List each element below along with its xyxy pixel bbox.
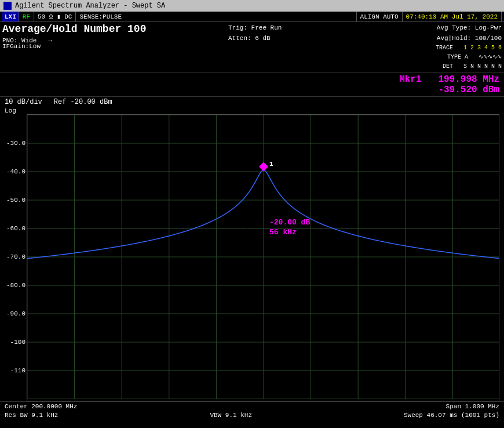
plot-container [0, 114, 504, 401]
trig-info: Trig: Free Run [228, 23, 357, 34]
det-label: DET [443, 63, 453, 70]
scale-info: 10 dB/div Ref -20.00 dBm [0, 97, 504, 107]
avg-type-info: Avg Type: Log-Pwr [357, 23, 502, 34]
ifgain-label: IFGain:Low [2, 43, 222, 50]
main-title: Average/Hold Number 100 [2, 23, 222, 36]
span-info: Span 1.000 MHz [446, 403, 499, 410]
det-vals: S N N N N N [463, 63, 502, 70]
bottom-bar2: Res BW 9.1 kHz VBW 9.1 kHz Sweep 46.07 m… [0, 411, 504, 419]
spectrum-canvas [27, 115, 499, 399]
sweep: Sweep 46.07 ms (1001 pts) [404, 412, 499, 419]
status-bar: LXI RF 50 Ω ▮ DC SENSE:PULSE ALIGN AUTO … [0, 12, 504, 22]
trace-det-section: TRACE 1 2 3 4 5 6 TYPE A ∿∿∿∿∿ DET S N N… [357, 43, 502, 71]
trace-label: TRACE [436, 45, 453, 51]
time-indicator: 07:40:13 AM Jul 17, 2022 [403, 12, 502, 21]
marker-label-freq: Mkr1 199.998 MHz [399, 74, 499, 85]
sense-indicator: SENSE:PULSE [76, 12, 356, 21]
marker-readout: Mkr1 199.998 MHz -39.520 dBm [0, 73, 504, 97]
avg-hold-info: Avg|Hold: 100/100 [357, 34, 502, 44]
align-indicator: ALIGN AUTO [357, 12, 403, 21]
scale-type: Log [0, 107, 504, 114]
trace-nums: 1 2 3 4 5 6 [463, 45, 502, 51]
title-section: Average/Hold Number 100 PNO: Wide → IFGa… [2, 23, 222, 50]
vbw: VBW 9.1 kHz [210, 412, 252, 419]
plot-area [27, 114, 499, 401]
res-bw: Res BW 9.1 kHz [5, 412, 58, 419]
marker-freq-value: 199.998 MHz [438, 74, 499, 85]
app-title: Agilent Spectrum Analyzer - Swept SA [15, 2, 165, 10]
bottom-bar: Center 200.0000 MHz Span 1.000 MHz [0, 401, 504, 411]
center-freq: Center 200.0000 MHz [5, 403, 77, 410]
ref-level: Ref -20.00 dBm [54, 98, 112, 106]
scale-div: 10 dB/div [5, 98, 42, 106]
marker-amp-value: -39.520 dBm [438, 85, 499, 95]
y-axis [5, 114, 27, 401]
type-label: TYPE A [447, 54, 468, 60]
app-icon [3, 2, 12, 10]
impedance-indicator: 50 Ω ▮ DC [34, 12, 76, 21]
mid-section: Trig: Free Run Atten: 6 dB [222, 23, 357, 43]
type-wave: ∿∿∿∿∿ [479, 54, 502, 60]
header-bar: Average/Hold Number 100 PNO: Wide → IFGa… [0, 22, 504, 73]
rf-indicator: RF [19, 12, 34, 21]
marker-label: Mkr1 [399, 74, 421, 85]
lxi-indicator: LXI [2, 12, 19, 21]
atten-info: Atten: 6 dB [228, 34, 357, 44]
right-section: Avg Type: Log-Pwr Avg|Hold: 100/100 TRAC… [357, 23, 502, 71]
title-bar: Agilent Spectrum Analyzer - Swept SA [0, 0, 504, 12]
